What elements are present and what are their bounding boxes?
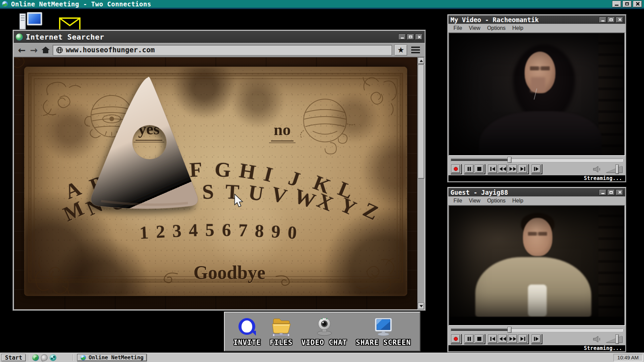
record-button[interactable] [451, 335, 460, 343]
my-video-menubar: File View Options Help [448, 24, 625, 33]
guest-video-window: Guest - Jayig88 File View Options Help [447, 187, 627, 353]
task-button-netmeeting[interactable]: Online NetMeeting [77, 354, 147, 361]
record-button[interactable] [451, 165, 460, 173]
board-goodbye[interactable]: Goodbye [179, 262, 280, 283]
board-letter-7[interactable]: 7 [238, 221, 248, 240]
taskbar: Start Online NetMeeting 10:49 AM [0, 353, 644, 362]
mouse-cursor [234, 194, 243, 208]
board-letter-6[interactable]: 6 [222, 221, 231, 239]
scroll-up-icon[interactable] [418, 57, 424, 64]
forward-icon[interactable]: → [29, 46, 39, 55]
stop-button[interactable] [475, 335, 484, 343]
menu-view[interactable]: View [466, 25, 483, 32]
menu-options[interactable]: Options [484, 197, 508, 204]
menu-hamburger-icon[interactable] [411, 47, 420, 53]
media-controls [448, 333, 625, 345]
pause-button[interactable] [465, 335, 474, 343]
browser-globe-icon [16, 34, 23, 41]
speaker-muted-icon[interactable] [592, 335, 602, 343]
url-bar[interactable]: www.houseofhunger.com [53, 45, 392, 55]
my-video-title: My Video - Racheomantik [450, 16, 539, 23]
browser-titlebar[interactable]: Internet Searcher [14, 31, 425, 43]
board-letter-4[interactable]: 4 [189, 221, 198, 240]
invite-button[interactable]: INVITE [233, 317, 261, 347]
volume-slider[interactable] [605, 335, 623, 344]
fast-forward-button[interactable] [508, 165, 517, 173]
stop-button[interactable] [475, 165, 484, 173]
menu-file[interactable]: File [450, 25, 465, 32]
back-icon[interactable]: ← [17, 46, 26, 55]
maximize-button[interactable] [607, 189, 615, 195]
close-button[interactable] [633, 1, 642, 7]
speaker-muted-icon[interactable] [592, 165, 602, 173]
next-button[interactable] [518, 165, 527, 173]
previous-button[interactable] [488, 165, 497, 173]
video-chat-button[interactable]: VIDEO CHAT [302, 317, 347, 347]
share-screen-button[interactable]: SHARE SCREEN [356, 317, 411, 347]
mail-envelope-icon[interactable] [59, 17, 80, 31]
board-letter-3[interactable]: 3 [172, 222, 182, 240]
favorite-star-button[interactable]: ★ [394, 45, 407, 56]
my-computer-icon[interactable] [19, 12, 42, 30]
close-button[interactable] [616, 17, 623, 23]
rewind-button[interactable] [498, 335, 507, 343]
start-button[interactable]: Start [1, 354, 26, 361]
board-letter-1[interactable]: 1 [139, 223, 149, 242]
globe-icon[interactable] [32, 354, 39, 361]
computer-monitor [27, 12, 42, 25]
volume-thumb[interactable] [615, 335, 619, 344]
pause-button[interactable] [465, 165, 474, 173]
menu-view[interactable]: View [466, 197, 483, 204]
browser-title: Internet Searcher [26, 33, 104, 41]
step-play-button[interactable] [532, 335, 541, 343]
guest-titlebar[interactable]: Guest - Jayig88 [448, 188, 625, 196]
close-button[interactable] [415, 34, 423, 40]
my-video-titlebar[interactable]: My Video - Racheomantik [448, 15, 625, 24]
minimize-button[interactable] [612, 1, 621, 7]
rewind-button[interactable] [498, 165, 507, 173]
network-globe-icon[interactable] [50, 354, 56, 361]
goodbye-flourish-left [162, 269, 179, 284]
scrollbar-thumb[interactable] [418, 65, 424, 179]
scroll-down-icon[interactable] [418, 303, 424, 309]
board-letter-8[interactable]: 8 [255, 222, 264, 240]
taskbar-clock: 10:49 AM [613, 354, 643, 361]
desktop: Online NetMeeting - Two Connections Inte… [0, 0, 644, 362]
close-button[interactable] [616, 189, 623, 195]
previous-button[interactable] [488, 335, 497, 343]
vertical-scrollbar[interactable] [417, 57, 424, 309]
seek-thumb[interactable] [507, 327, 512, 333]
browser-toolbar: ← → www.houseofhunger.com ★ [14, 43, 425, 57]
minimize-button[interactable] [398, 34, 406, 40]
seek-thumb[interactable] [507, 157, 512, 163]
board-letter-5[interactable]: 5 [205, 221, 214, 239]
board-letter-9[interactable]: 9 [271, 223, 281, 241]
menu-options[interactable]: Options [484, 25, 508, 32]
streaming-status: Streaming... [584, 345, 622, 351]
maximize-button[interactable] [407, 34, 414, 40]
board-letter-2[interactable]: 2 [156, 223, 166, 241]
netmeeting-title: Online NetMeeting - Two Connections [11, 0, 151, 8]
board-letter-0[interactable]: 0 [287, 223, 298, 242]
minimize-button[interactable] [599, 17, 606, 23]
seek-slider[interactable] [451, 157, 623, 163]
menu-help[interactable]: Help [509, 197, 526, 204]
maximize-button[interactable] [607, 17, 615, 23]
minimize-button[interactable] [599, 189, 606, 195]
next-button[interactable] [518, 335, 527, 343]
seek-slider[interactable] [451, 327, 623, 333]
computer-tower [19, 13, 26, 29]
fast-forward-button[interactable] [508, 335, 517, 343]
menu-help[interactable]: Help [509, 25, 526, 32]
home-icon[interactable] [41, 46, 50, 54]
step-play-button[interactable] [532, 165, 541, 173]
maximize-button[interactable] [623, 1, 632, 7]
menu-file[interactable]: File [450, 197, 465, 204]
url-globe-icon [56, 47, 63, 53]
goodbye-flourish-right [274, 272, 292, 287]
url-text: www.houseofhunger.com [66, 46, 155, 54]
files-button[interactable]: FILES [270, 317, 292, 347]
volume-slider[interactable] [605, 165, 623, 174]
satellite-dish-icon[interactable] [40, 354, 48, 362]
volume-thumb[interactable] [615, 165, 619, 174]
